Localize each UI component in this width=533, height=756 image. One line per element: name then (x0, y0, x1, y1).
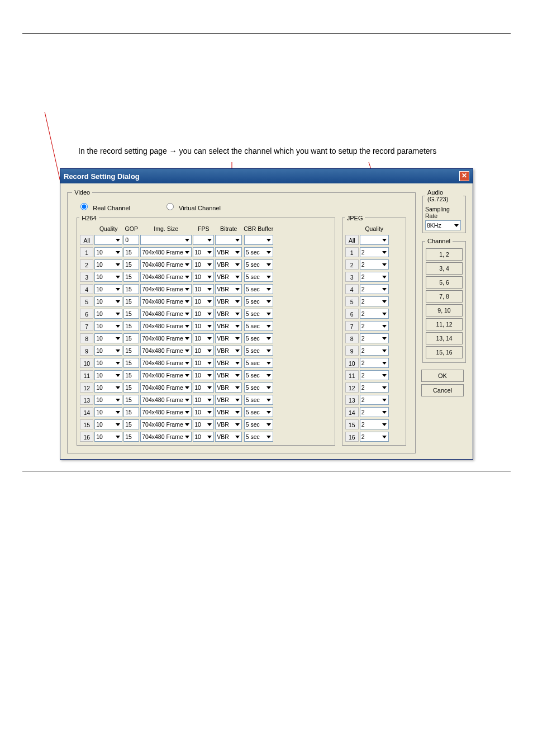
fps-select[interactable]: 10 (193, 432, 214, 442)
gop-input[interactable] (123, 358, 139, 368)
jpeg-quality-select[interactable]: 2 (360, 432, 389, 442)
quality-select[interactable]: 10 (94, 333, 122, 343)
fps-select[interactable]: 10 (193, 272, 214, 282)
gop-input[interactable] (123, 419, 139, 429)
quality-select[interactable]: 10 (94, 309, 122, 319)
quality-select[interactable]: 10 (94, 407, 122, 417)
quality-select[interactable] (94, 235, 122, 245)
fps-select[interactable]: 10 (193, 419, 214, 429)
imgsize-select[interactable]: 704x480 Frame (140, 358, 192, 368)
channel-pair-button[interactable]: 9, 10 (426, 304, 463, 316)
imgsize-select[interactable]: 704x480 Frame (140, 259, 192, 270)
channel-pair-button[interactable]: 7, 8 (426, 290, 463, 303)
cbr-select[interactable]: 5 sec (244, 247, 273, 257)
gop-input[interactable] (123, 284, 139, 294)
cbr-select[interactable]: 5 sec (244, 419, 273, 429)
imgsize-select[interactable]: 704x480 Frame (140, 395, 192, 405)
bitrate-select[interactable]: VBR (215, 419, 242, 429)
jpeg-quality-select[interactable]: 2 (360, 284, 389, 294)
fps-select[interactable]: 10 (193, 259, 214, 270)
jpeg-quality-select[interactable]: 2 (360, 407, 389, 417)
imgsize-select[interactable]: 704x480 Frame (140, 432, 192, 442)
quality-select[interactable]: 10 (94, 395, 122, 405)
jpeg-quality-select[interactable]: 2 (360, 259, 389, 270)
bitrate-select[interactable]: VBR (215, 382, 242, 393)
cbr-select[interactable]: 5 sec (244, 407, 273, 417)
bitrate-select[interactable]: VBR (215, 395, 242, 405)
gop-input[interactable] (123, 432, 139, 442)
gop-input[interactable] (123, 370, 139, 380)
channel-pair-button[interactable]: 15, 16 (426, 346, 463, 358)
imgsize-select[interactable]: 704x480 Frame (140, 321, 192, 331)
gop-input[interactable] (123, 407, 139, 417)
bitrate-select[interactable]: VBR (215, 309, 242, 319)
gop-input[interactable] (123, 259, 139, 270)
jpeg-quality-select[interactable]: 2 (360, 395, 389, 405)
cbr-select[interactable]: 5 sec (244, 370, 273, 380)
fps-select[interactable]: 10 (193, 284, 214, 294)
jpeg-quality-select[interactable]: 2 (360, 309, 389, 319)
channel-pair-button[interactable]: 3, 4 (426, 262, 463, 275)
cbr-select[interactable]: 5 sec (244, 296, 273, 306)
quality-select[interactable]: 10 (94, 432, 122, 442)
gop-input[interactable] (123, 247, 139, 257)
channel-pair-button[interactable]: 5, 6 (426, 276, 463, 289)
imgsize-select[interactable]: 704x480 Frame (140, 333, 192, 343)
gop-input[interactable] (123, 346, 139, 356)
bitrate-select[interactable]: VBR (215, 259, 242, 270)
quality-select[interactable]: 10 (94, 346, 122, 356)
bitrate-select[interactable]: VBR (215, 407, 242, 417)
jpeg-quality-select[interactable]: 2 (360, 346, 389, 356)
cbr-select[interactable]: 5 sec (244, 333, 273, 343)
channel-pair-button[interactable]: 13, 14 (426, 332, 463, 344)
fps-select[interactable]: 10 (193, 358, 214, 368)
imgsize-select[interactable]: 704x480 Frame (140, 370, 192, 380)
cbr-select[interactable]: 5 sec (244, 358, 273, 368)
sampling-rate-select[interactable]: 8KHz (425, 220, 461, 230)
cbr-select[interactable] (244, 235, 273, 245)
cbr-select[interactable]: 5 sec (244, 382, 273, 393)
imgsize-select[interactable]: 704x480 Frame (140, 382, 192, 393)
cbr-select[interactable]: 5 sec (244, 432, 273, 442)
bitrate-select[interactable] (215, 235, 242, 245)
fps-select[interactable]: 10 (193, 309, 214, 319)
fps-select[interactable]: 10 (193, 395, 214, 405)
cancel-button[interactable]: Cancel (421, 384, 464, 396)
imgsize-select[interactable]: 704x480 Frame (140, 419, 192, 429)
virtual-channel-radio[interactable] (166, 203, 174, 210)
jpeg-quality-select[interactable]: 2 (360, 333, 389, 343)
quality-select[interactable]: 10 (94, 296, 122, 306)
jpeg-quality-select[interactable]: 2 (360, 272, 389, 282)
bitrate-select[interactable]: VBR (215, 333, 242, 343)
gop-input[interactable] (123, 309, 139, 319)
quality-select[interactable]: 10 (94, 358, 122, 368)
quality-select[interactable]: 10 (94, 321, 122, 331)
quality-select[interactable]: 10 (94, 284, 122, 294)
fps-select[interactable]: 10 (193, 296, 214, 306)
close-icon[interactable]: ✕ (459, 171, 469, 181)
quality-select[interactable]: 10 (94, 272, 122, 282)
bitrate-select[interactable]: VBR (215, 296, 242, 306)
jpeg-quality-select[interactable]: 2 (360, 382, 389, 393)
quality-select[interactable]: 10 (94, 259, 122, 270)
fps-select[interactable]: 10 (193, 321, 214, 331)
real-channel-radio[interactable] (80, 203, 88, 210)
imgsize-select[interactable]: 704x480 Frame (140, 346, 192, 356)
jpeg-quality-select[interactable]: 2 (360, 296, 389, 306)
fps-select[interactable] (193, 235, 214, 245)
gop-input[interactable] (123, 333, 139, 343)
jpeg-quality-select[interactable]: 2 (360, 321, 389, 331)
imgsize-select[interactable]: 704x480 Frame (140, 284, 192, 294)
gop-input[interactable] (123, 235, 139, 245)
cbr-select[interactable]: 5 sec (244, 284, 273, 294)
jpeg-quality-select[interactable]: 2 (360, 419, 389, 429)
quality-select[interactable]: 10 (94, 247, 122, 257)
imgsize-select[interactable]: 704x480 Frame (140, 247, 192, 257)
cbr-select[interactable]: 5 sec (244, 272, 273, 282)
channel-pair-button[interactable]: 11, 12 (426, 318, 463, 330)
bitrate-select[interactable]: VBR (215, 272, 242, 282)
fps-select[interactable]: 10 (193, 382, 214, 393)
bitrate-select[interactable]: VBR (215, 370, 242, 380)
bitrate-select[interactable]: VBR (215, 247, 242, 257)
cbr-select[interactable]: 5 sec (244, 309, 273, 319)
